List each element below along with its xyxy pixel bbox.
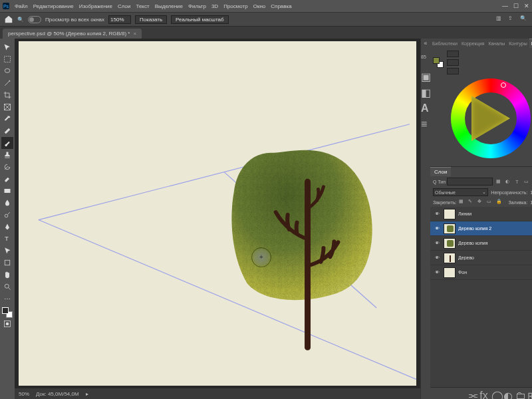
close-tab-icon[interactable]: ×	[133, 31, 136, 37]
adjustment-layer-icon[interactable]: ◐	[503, 390, 511, 398]
layer-thumb[interactable]	[444, 253, 456, 263]
filter-type-icon[interactable]: T	[513, 178, 521, 186]
crop-tool[interactable]	[1, 89, 13, 101]
shape-tool[interactable]	[1, 257, 13, 269]
lock-all-icon[interactable]: 🔒	[496, 199, 503, 205]
color-wheel[interactable]	[451, 78, 531, 158]
eraser-tool[interactable]	[1, 173, 13, 185]
tab-color[interactable]: Цвет	[529, 39, 532, 48]
hue-value[interactable]	[447, 51, 459, 57]
layer-row[interactable]: 👁 Линии	[430, 207, 532, 221]
stamp-tool[interactable]	[1, 149, 13, 161]
lock-artboard-icon[interactable]: ▭	[487, 199, 493, 205]
layer-filter-kind[interactable]: Q Тип	[433, 180, 446, 184]
status-doc-size[interactable]: Док: 45,0M/54,0M	[36, 391, 79, 397]
hue-ring-handle[interactable]	[501, 82, 506, 88]
lock-transparency-icon[interactable]: ▦	[459, 199, 466, 205]
color-swatches[interactable]	[2, 307, 13, 318]
history-brush-tool[interactable]	[1, 161, 13, 173]
layer-thumb[interactable]	[444, 238, 456, 249]
quickmask-toggle[interactable]	[1, 318, 13, 330]
layer-name[interactable]: Дерево копия 2	[458, 226, 532, 231]
blend-mode-select[interactable]: Обычные⌄	[433, 188, 488, 196]
actual-pixels-button[interactable]: Реальный масштаб	[171, 15, 229, 24]
visibility-toggle[interactable]: 👁	[433, 270, 441, 275]
document-tab[interactable]: perspective.psd @ 50% (Дерево копия 2, R…	[3, 29, 142, 39]
menu-item[interactable]: Фильтр	[188, 3, 206, 9]
move-tool[interactable]	[1, 41, 13, 53]
layer-name[interactable]: Линии	[458, 211, 532, 216]
bri-value[interactable]	[447, 68, 459, 74]
layer-row[interactable]: 👁 Дерево	[430, 251, 532, 265]
menu-item[interactable]: Просмотр	[223, 3, 248, 9]
status-zoom[interactable]: 50%	[19, 391, 29, 397]
eyedropper-tool[interactable]	[1, 113, 13, 125]
wand-tool[interactable]	[1, 77, 13, 89]
menu-item[interactable]: Изображение	[79, 3, 112, 9]
filter-pixel-icon[interactable]: ▦	[494, 178, 502, 186]
layer-thumb[interactable]	[444, 209, 456, 219]
layer-thumb[interactable]	[444, 223, 456, 234]
paragraph-panel-icon[interactable]: ≡	[421, 118, 430, 128]
filter-adjust-icon[interactable]: ◐	[503, 178, 511, 186]
menu-item[interactable]: Справка	[271, 3, 291, 9]
layer-name[interactable]: Дерево	[458, 255, 532, 260]
tab-layers[interactable]: Слои	[430, 167, 451, 176]
tab-channels[interactable]: Каналы	[486, 41, 507, 46]
visibility-toggle[interactable]: 👁	[433, 241, 441, 245]
layer-row[interactable]: 👁 Дерево копия 2	[430, 221, 532, 236]
share-icon[interactable]: ⇪	[508, 15, 516, 23]
type-tool[interactable]: T	[1, 233, 13, 245]
frame-tool[interactable]	[1, 101, 13, 113]
menu-item[interactable]: Редактирование	[33, 3, 74, 9]
pen-tool[interactable]	[1, 221, 13, 233]
menu-item[interactable]: Файл	[15, 3, 28, 9]
fit-screen-button[interactable]: Показать	[135, 15, 167, 24]
gradient-tool[interactable]	[1, 185, 13, 197]
lock-position-icon[interactable]: ✥	[477, 199, 484, 205]
menu-item[interactable]: Слои	[118, 3, 130, 9]
adjustments-panel-icon[interactable]: ◧	[421, 86, 430, 96]
close-button[interactable]: ✕	[524, 3, 529, 9]
canvas[interactable]	[15, 39, 420, 388]
lock-pixels-icon[interactable]: ✎	[468, 199, 475, 205]
tab-adjustments[interactable]: Коррекция	[460, 41, 486, 46]
menu-item[interactable]: Выделение	[155, 3, 183, 9]
sat-value[interactable]	[447, 59, 459, 66]
visibility-toggle[interactable]: 👁	[433, 255, 441, 260]
fx-icon[interactable]: fx	[479, 390, 487, 398]
tab-libraries[interactable]: Библиотеки	[430, 41, 460, 46]
visibility-toggle[interactable]: 👁	[433, 211, 441, 216]
layer-thumb[interactable]	[444, 267, 456, 278]
visibility-toggle[interactable]: 👁	[433, 226, 441, 231]
mask-icon[interactable]: ◯	[491, 390, 499, 398]
layer-row[interactable]: 👁 Фон 🔒	[430, 265, 532, 280]
edit-toolbar[interactable]: ⋯	[1, 293, 13, 305]
properties-panel-icon[interactable]: ▣	[421, 70, 430, 80]
dodge-tool[interactable]	[1, 209, 13, 221]
layer-name[interactable]: Фон	[458, 270, 532, 275]
path-select-tool[interactable]	[1, 245, 13, 257]
expand-dock-icon[interactable]: «	[424, 40, 427, 47]
zoom-input[interactable]	[108, 15, 131, 24]
group-icon[interactable]: 🗀	[515, 390, 523, 398]
new-layer-icon[interactable]: ⊞	[527, 390, 532, 398]
marquee-tool[interactable]	[1, 53, 13, 65]
menu-item[interactable]: 3D	[211, 3, 218, 9]
blur-tool[interactable]	[1, 197, 13, 209]
hand-tool[interactable]	[1, 269, 13, 281]
color-triangle[interactable]	[471, 96, 510, 141]
minimize-button[interactable]: —	[502, 3, 508, 9]
maximize-button[interactable]: ☐	[513, 3, 519, 9]
scrubby-zoom-toggle[interactable]	[28, 16, 41, 23]
link-layers-icon[interactable]: ⫘	[467, 390, 475, 398]
search-icon[interactable]: 🔍	[520, 15, 528, 23]
menu-item[interactable]: Окно	[253, 3, 266, 9]
menu-item[interactable]: Текст	[136, 3, 149, 9]
layer-name[interactable]: Дерево копия	[458, 241, 532, 245]
arrange-icon[interactable]: ▥	[496, 15, 504, 23]
home-icon[interactable]	[4, 15, 13, 24]
character-panel-icon[interactable]: A	[421, 102, 430, 112]
layer-filter-field[interactable]	[447, 178, 493, 186]
artboard[interactable]	[19, 41, 416, 386]
